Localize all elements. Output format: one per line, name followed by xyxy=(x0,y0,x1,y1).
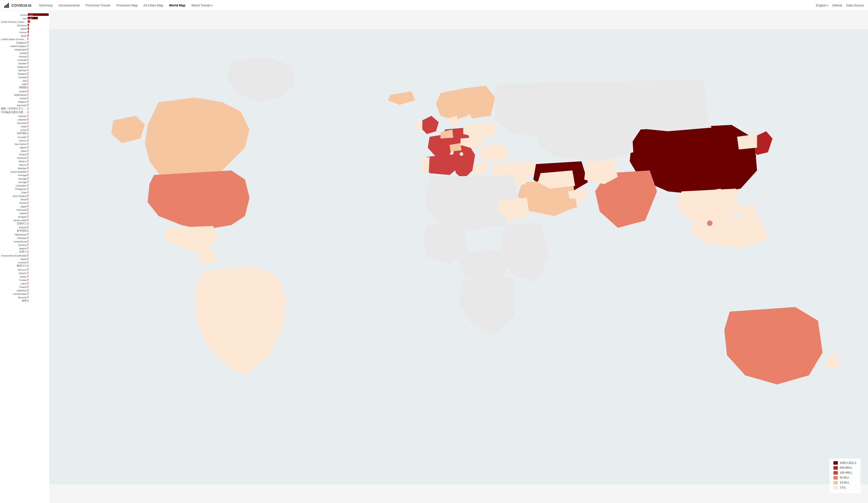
legend-color-box xyxy=(834,486,838,490)
bar-row: Germany344 xyxy=(1,24,49,27)
bar-label: Malaysia xyxy=(1,66,28,68)
bar-fill xyxy=(28,243,28,246)
bar-container: 134 xyxy=(28,38,49,41)
bar-label: Ireland xyxy=(1,212,28,215)
svg-rect-3 xyxy=(8,3,9,8)
bar-label: Germany xyxy=(1,24,28,27)
bar-label: Bahrain xyxy=(1,69,28,72)
nav-provinces-map[interactable]: Provinces Map xyxy=(114,2,140,8)
bar-fill xyxy=(28,251,28,253)
bar-row: Finland xyxy=(1,153,49,156)
github-link[interactable]: GitHub xyxy=(832,3,842,7)
bar-container xyxy=(28,156,49,159)
nav-summary[interactable]: Summary xyxy=(37,2,55,8)
bar-container xyxy=(28,121,49,124)
bar-row: Mexico xyxy=(1,163,49,166)
bar-fill xyxy=(28,184,28,187)
nav-world-map[interactable]: World Map xyxy=(166,2,188,8)
bar-fill xyxy=(28,62,28,64)
bar-container: 331 xyxy=(28,27,49,30)
bar-fill xyxy=(28,212,28,214)
bar-fill xyxy=(28,170,28,173)
bar-chart-panel: Korea60883088Iran2922706mond Princess Cr… xyxy=(0,11,49,503)
svg-rect-0 xyxy=(4,6,5,8)
bar-row: Iraq xyxy=(1,79,49,82)
bar-fill xyxy=(28,194,28,197)
bar-row: 越南（含北美公王三国） xyxy=(1,107,49,110)
legend-label: 1000人及以上 xyxy=(840,461,857,465)
bar-container xyxy=(28,170,49,173)
bar-container xyxy=(28,76,49,79)
bar-label: Austria xyxy=(1,97,28,100)
nav-provinces-trends[interactable]: Provinces Trends xyxy=(83,2,113,8)
bar-row: Kuwait xyxy=(1,51,49,54)
bahrain-dot xyxy=(572,192,578,198)
bar-container xyxy=(28,58,49,61)
bar-label: Sweden xyxy=(1,62,28,65)
bar-fill xyxy=(28,114,28,117)
bar-fill xyxy=(28,156,28,159)
bar-fill: 344 xyxy=(28,24,29,26)
bar-container xyxy=(28,219,49,222)
language-selector[interactable]: English xyxy=(816,3,828,7)
logo[interactable]: COVID19.tk xyxy=(4,3,32,8)
bar-fill xyxy=(28,285,28,288)
bar-row: Monaco xyxy=(1,243,49,246)
bar-fill xyxy=(28,48,28,50)
bar-fill xyxy=(28,215,28,218)
bar-row: 多米尼加 xyxy=(1,229,49,232)
bar-label: Argentina xyxy=(1,289,28,292)
bar-row: Australia xyxy=(1,58,49,61)
bar-fill xyxy=(28,76,28,78)
bar-container xyxy=(28,146,49,149)
bar-container xyxy=(28,222,49,225)
bar-row: Israel xyxy=(1,125,49,128)
bar-row: Slovenia xyxy=(1,296,49,299)
bar-row: Norway xyxy=(1,55,49,58)
bar-label: Luxembourg xyxy=(1,240,28,243)
legend-item: 1000人及以上 xyxy=(834,461,857,465)
bar-row: France257 xyxy=(1,31,49,34)
bar-fill xyxy=(28,128,28,131)
bar-row: Brazil xyxy=(1,198,49,201)
bar-label: Japan xyxy=(1,28,28,30)
bar-container: 60883088 xyxy=(28,13,49,16)
north-korea-shape xyxy=(737,134,757,150)
bar-container xyxy=(28,93,49,96)
bar-row: Belarus xyxy=(1,160,49,163)
bar-row: Belgium xyxy=(1,100,49,103)
bar-label: Belarus xyxy=(1,160,28,163)
bar-fill xyxy=(28,247,28,249)
legend-color-box xyxy=(834,461,838,465)
bar-fill xyxy=(28,300,28,302)
bar-label: Russia xyxy=(1,202,28,204)
bar-label: France xyxy=(1,31,28,34)
bar-fill: 257 xyxy=(28,31,29,33)
bar-label: United States of America xyxy=(1,38,28,41)
singapore-dot xyxy=(707,221,712,226)
nav-all-cities-map[interactable]: All Cities Map xyxy=(141,2,165,8)
bar-label: Hungary xyxy=(1,215,28,218)
bar-fill xyxy=(28,188,28,190)
bar-container xyxy=(28,208,49,211)
bar-row: San Marino xyxy=(1,142,49,145)
bar-row: Georgia xyxy=(1,181,49,183)
bar-label: Iceland xyxy=(1,90,28,93)
bar-container: 112 xyxy=(28,41,49,44)
bar-row: Ecuador xyxy=(1,135,49,139)
data-source-link[interactable]: Data Source xyxy=(846,3,864,7)
bar-row: Nepal xyxy=(1,258,49,260)
bar-row: 阿联酋 xyxy=(1,86,49,89)
bar-fill xyxy=(28,258,28,260)
legend-color-box xyxy=(834,481,838,484)
nav-increasements[interactable]: Increasements xyxy=(56,2,82,8)
bar-container xyxy=(28,79,49,82)
bar-label: New Zealand xyxy=(1,195,28,197)
bar-row: Kampuchea (Cambodia) xyxy=(1,254,49,257)
bar-container xyxy=(28,230,49,232)
nav-world-trends[interactable]: World Trends xyxy=(189,2,215,8)
bar-fill xyxy=(28,181,28,183)
bar-container: 257 xyxy=(28,31,49,34)
bar-container xyxy=(28,268,49,271)
bar-label: Estonia xyxy=(1,226,28,229)
